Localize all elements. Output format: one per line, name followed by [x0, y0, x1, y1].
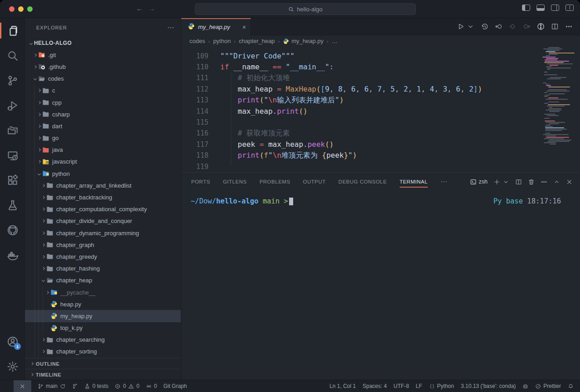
status-eol[interactable]: LF	[416, 383, 422, 389]
chevron-up-icon[interactable]	[553, 179, 560, 185]
panel-tab-problems[interactable]: PROBLEMS	[260, 173, 290, 191]
tree-item-chapter-stack-and-queue[interactable]: chapter_stack_and_queue	[25, 358, 181, 358]
terminal[interactable]: ~/Dow/hello-algo main > Py base 18:17:16	[181, 191, 580, 205]
status-git-graph-status[interactable]: Git Graph	[163, 383, 187, 389]
code-editor[interactable]: 109"""Driver Code"""110if __name__ == "_…	[181, 47, 580, 172]
status-gitlens-status[interactable]	[72, 383, 78, 389]
tree-item-java[interactable]: java	[25, 144, 181, 156]
activity-project-manager[interactable]	[0, 118, 25, 143]
status-indentation[interactable]: Spaces: 4	[362, 383, 387, 389]
toggle-sidebar-icon[interactable]	[522, 5, 530, 11]
breadcrumb-item[interactable]: …	[332, 38, 338, 44]
status-python-interpreter[interactable]: 3.10.13 ('base': conda)	[461, 383, 516, 389]
explorer-more-icon[interactable]: ⋯	[167, 24, 174, 32]
toggle-secondary-sidebar-icon[interactable]	[551, 5, 559, 11]
activity-search[interactable]	[0, 43, 25, 68]
status-tests-status[interactable]: 0 tests	[84, 383, 108, 389]
tree-item-chapter-computational-complexity[interactable]: chapter_computational_complexity	[25, 203, 181, 215]
tree-item-chapter-dynamic-programming[interactable]: chapter_dynamic_programming	[25, 227, 181, 239]
section-timeline[interactable]: TIMELINE	[25, 369, 181, 380]
tree-item-csharp[interactable]: csharp	[25, 108, 181, 120]
tree-item-top-k-py[interactable]: top_k.py	[25, 322, 181, 334]
tree-item-chapter-greedy[interactable]: chapter_greedy	[25, 251, 181, 262]
status-problems-status[interactable]: 00	[115, 383, 139, 389]
tree-item-go[interactable]: go	[25, 132, 181, 144]
close-traffic-light[interactable]	[9, 6, 14, 12]
command-center-search[interactable]: hello-algo	[195, 3, 416, 15]
tree-item-cpp[interactable]: cpp	[25, 97, 181, 108]
status-copilot-status[interactable]	[522, 383, 528, 389]
shell-selector[interactable]: zsh	[470, 179, 488, 185]
breadcrumb-item[interactable]: codes	[189, 38, 205, 44]
tree-item-chapter-hashing[interactable]: chapter_hashing	[25, 263, 181, 275]
status-language-mode[interactable]: Python	[429, 383, 454, 389]
tree-item-javascript[interactable]: JSjavascript	[25, 156, 181, 168]
close-icon[interactable]	[566, 179, 573, 185]
close-tab-icon[interactable]: ×	[242, 24, 246, 31]
chevron-down-icon[interactable]	[503, 179, 509, 185]
trash-icon[interactable]	[528, 179, 535, 185]
zoom-traffic-light[interactable]	[27, 6, 33, 12]
breadcrumb-item[interactable]: my_heap.py	[283, 38, 324, 44]
tree-item-my-heap-py[interactable]: my_heap.py	[25, 310, 181, 322]
activity-testing[interactable]	[0, 193, 25, 218]
activity-docker[interactable]	[0, 242, 25, 267]
breadcrumb-item[interactable]: python	[213, 38, 231, 44]
tree-item-dart[interactable]: dart	[25, 120, 181, 132]
activity-github[interactable]	[0, 218, 25, 242]
tree-item-heap-py[interactable]: heap.py	[25, 298, 181, 310]
activity-source-control[interactable]	[0, 68, 25, 93]
panel-tab-output[interactable]: OUTPUT	[303, 173, 326, 191]
tree-item-python[interactable]: python	[25, 168, 181, 179]
tree-item-chapter-array-and-linkedlist[interactable]: chapter_array_and_linkedlist	[25, 179, 181, 191]
activity-extensions[interactable]	[0, 168, 25, 193]
tab-my-heap[interactable]: my_heap.py ×	[181, 18, 251, 35]
run-icon[interactable]	[457, 23, 464, 30]
tree-item-chapter-heap[interactable]: chapter_heap	[25, 275, 181, 286]
panel-tab-gitlens[interactable]: GITLENS	[223, 173, 247, 191]
panel-tab-terminal[interactable]: TERMINAL	[400, 173, 428, 191]
tree-item-hello-algo[interactable]: HELLO-ALGO	[25, 37, 181, 49]
split-editor-icon[interactable]	[515, 179, 522, 185]
tree-item-chapter-backtracking[interactable]: chapter_backtracking	[25, 191, 181, 203]
status-cursor-position[interactable]: Ln 1, Col 1	[329, 383, 356, 389]
status-encoding[interactable]: UTF-8	[394, 383, 409, 389]
activity-remote-explorer[interactable]	[0, 143, 25, 168]
status-remote-indicator[interactable]	[14, 380, 31, 392]
panel-tabs-more-icon[interactable]: ⋯	[440, 173, 448, 191]
tree-item-c[interactable]: c	[25, 85, 181, 97]
breadcrumb-item[interactable]: chapter_heap	[239, 38, 275, 44]
panel-tab-debug-console[interactable]: DEBUG CONSOLE	[338, 173, 387, 191]
activity-explorer[interactable]	[0, 18, 25, 43]
circle-dot-icon[interactable]	[509, 23, 517, 30]
tree-item-codes[interactable]: codes	[25, 73, 181, 85]
activity-settings[interactable]	[0, 354, 25, 379]
status-feedback-status[interactable]: 0	[146, 383, 157, 389]
circle-forward-icon[interactable]	[523, 23, 531, 30]
more-icon[interactable]	[541, 179, 547, 185]
toggle-panel-icon[interactable]	[536, 5, 545, 11]
customize-layout-icon[interactable]	[566, 5, 574, 11]
minimize-traffic-light[interactable]	[18, 6, 24, 12]
back-arrow-icon[interactable]: ←	[135, 5, 144, 12]
split-editor-icon[interactable]	[551, 23, 559, 30]
tree-item-chapter-divide-and-conquer[interactable]: chapter_divide_and_conquer	[25, 215, 181, 227]
tree-item--github[interactable]: .github	[25, 61, 181, 73]
tree-item-chapter-searching[interactable]: chapter_searching	[25, 334, 181, 346]
activity-run-debug[interactable]	[0, 93, 25, 118]
tree-item-chapter-sorting[interactable]: chapter_sorting	[25, 346, 181, 358]
activity-accounts[interactable]: 1	[0, 329, 25, 354]
tree-item-chapter-graph[interactable]: chapter_graph	[25, 239, 181, 251]
tree-item--git[interactable]: .git	[25, 49, 181, 61]
forward-arrow-icon[interactable]: →	[147, 5, 156, 12]
history-icon[interactable]	[481, 23, 488, 30]
tree-item--pycache-[interactable]: __pycache__	[25, 286, 181, 298]
section-outline[interactable]: OUTLINE	[25, 358, 181, 369]
status-notifications[interactable]	[568, 383, 574, 389]
chevron-down-icon[interactable]	[467, 23, 474, 30]
panel-tab-ports[interactable]: PORTS	[191, 173, 210, 191]
status-git-branch[interactable]: main	[38, 383, 66, 389]
more-icon[interactable]	[565, 23, 573, 30]
minimap[interactable]	[541, 47, 577, 151]
graph-circle-icon[interactable]	[537, 23, 545, 30]
